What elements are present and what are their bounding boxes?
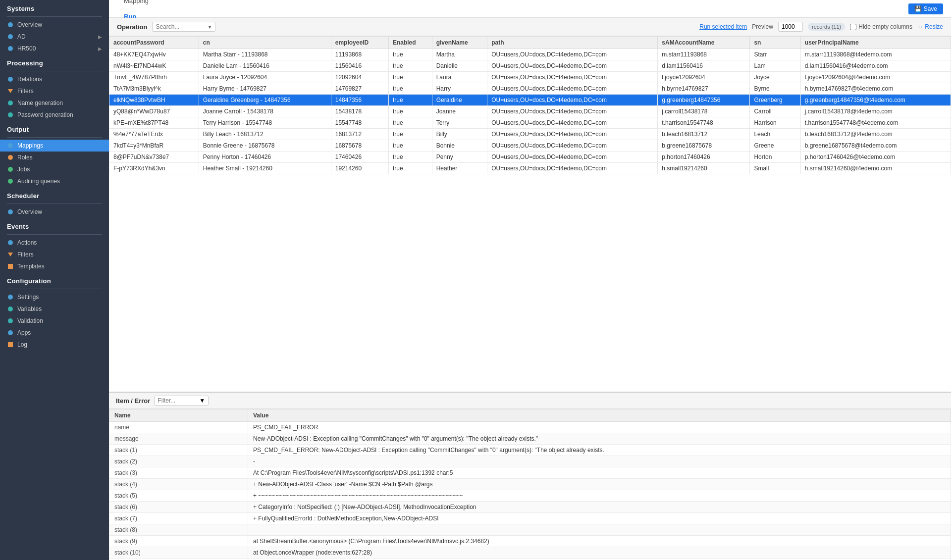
table-row[interactable]: 8@PF7uDN&v738e7Penny Horton - 1746042617… xyxy=(109,152,951,163)
sidebar-item-relations[interactable]: Relations xyxy=(0,73,109,85)
bottom-name-cell: stack (8) xyxy=(109,524,248,536)
table-cell-sn: Starr xyxy=(750,49,800,60)
sidebar-item-variables[interactable]: Variables xyxy=(0,303,109,315)
table-cell-path: OU=users,OU=docs,DC=t4edemo,DC=com xyxy=(487,49,658,60)
table-cell-samaccountname: d.lam11560416 xyxy=(658,60,750,72)
table-row[interactable]: nW4l3~Ef7ND44wKDanielle Lam - 1156041611… xyxy=(109,60,951,72)
table-row[interactable]: F-pY73RXdYh&3vnHeather Small - 192142601… xyxy=(109,163,951,174)
sidebar-item-overview-scheduler[interactable]: Overview xyxy=(0,206,109,218)
run-selected-button[interactable]: Run selected item xyxy=(699,23,747,30)
col-header-sn[interactable]: sn xyxy=(750,37,800,49)
sidebar-item-mappings[interactable]: Mappings xyxy=(0,140,109,152)
table-cell-samaccountname: j.carroll15438178 xyxy=(658,106,750,117)
table-row[interactable]: 7kdT4=y3*MnBfaRBonnie Greene - 168756781… xyxy=(109,140,951,152)
table-cell-givenname: Martha xyxy=(432,49,487,60)
sidebar-section-events: Events xyxy=(0,218,109,232)
save-icon: 💾 xyxy=(914,5,922,12)
sidebar-item-hr500[interactable]: HR500 ▶ xyxy=(0,43,109,54)
col-header-samaccountname[interactable]: sAMAccountName xyxy=(658,37,750,49)
table-cell-cn: Joanne Carroll - 15438178 xyxy=(199,106,331,117)
hide-empty-checkbox[interactable] xyxy=(850,24,856,30)
sidebar-item-ad[interactable]: AD ▶ xyxy=(0,31,109,43)
roles-label: Roles xyxy=(17,154,33,161)
table-cell-path: OU=users,OU=docs,DC=t4edemo,DC=com xyxy=(487,117,658,129)
table-cell-enabled: true xyxy=(388,106,432,117)
table-row[interactable]: %4e7*77aTeTErdxBilly Leach - 16813712168… xyxy=(109,129,951,140)
table-row[interactable]: TtA7M3m3Blyyl^kHarry Byrne - 14769827147… xyxy=(109,83,951,95)
col-header-enabled[interactable]: Enabled xyxy=(388,37,432,49)
sidebar-section-scheduler: Scheduler xyxy=(0,187,109,202)
sidebar-section-output: Output xyxy=(0,121,109,135)
sidebar-item-name-generation[interactable]: Name generation xyxy=(0,97,109,109)
search-dropdown-arrow[interactable]: ▼ xyxy=(207,24,212,30)
preview-input[interactable] xyxy=(778,22,803,32)
overview-scheduler-icon xyxy=(7,208,14,215)
table-row[interactable]: TmvE_4W787P8hrhLaura Joyce - 12092604120… xyxy=(109,72,951,83)
sidebar-divider xyxy=(7,289,102,289)
jobs-icon xyxy=(7,166,14,173)
sidebar-item-overview-systems[interactable]: Overview xyxy=(0,19,109,31)
col-header-accountpassword[interactable]: accountPassword xyxy=(109,37,199,49)
sidebar-item-templates[interactable]: Templates xyxy=(0,260,109,272)
sidebar-item-jobs[interactable]: Jobs xyxy=(0,163,109,175)
operation-search-input[interactable] xyxy=(156,23,205,30)
relations-icon xyxy=(7,76,14,83)
table-cell-samaccountname: g.greenberg14847356 xyxy=(658,95,750,106)
sidebar-item-filters[interactable]: Filters xyxy=(0,85,109,97)
actions-label: Actions xyxy=(17,239,37,246)
overview-systems-label: Overview xyxy=(17,21,42,28)
ad-icon xyxy=(7,33,14,40)
topbar-right: 💾 Save xyxy=(908,3,943,14)
table-row[interactable]: kPE=mXE%t87PT48Terry Harrison - 15547748… xyxy=(109,117,951,129)
table-cell-userprincipalname: m.starr11193868@t4edemo.com xyxy=(800,49,951,60)
auditing-queries-label: Auditing queries xyxy=(17,178,60,185)
sidebar-item-filters-events[interactable]: Filters xyxy=(0,249,109,260)
table-cell-cn: Terry Harrison - 15547748 xyxy=(199,117,331,129)
bottom-filter-arrow[interactable]: ▼ xyxy=(199,397,205,404)
sidebar-item-roles[interactable]: Roles xyxy=(0,152,109,163)
bottom-value-cell: PS_CMD_FAIL_ERROR: New-ADObject-ADSI : E… xyxy=(248,445,951,456)
col-header-userprincipalname[interactable]: userPrincipalName xyxy=(800,37,951,49)
bottom-panel: Item / Error ▼ NameValue namePS_CMD_FAIL… xyxy=(109,392,951,560)
sidebar-item-actions[interactable]: Actions xyxy=(0,237,109,249)
save-button[interactable]: 💾 Save xyxy=(908,3,943,14)
col-header-employeeid[interactable]: employeeID xyxy=(331,37,388,49)
resize-button[interactable]: ↔ Resize xyxy=(917,23,943,30)
table-cell-accountpassword: 8@PF7uDN&v738e7 xyxy=(109,152,199,163)
save-label: Save xyxy=(924,5,937,12)
mappings-label: Mappings xyxy=(17,142,43,149)
sidebar-item-apps[interactable]: Apps xyxy=(0,327,109,339)
table-cell-cn: Penny Horton - 17460426 xyxy=(199,152,331,163)
table-cell-cn: Billy Leach - 16813712 xyxy=(199,129,331,140)
col-header-cn[interactable]: cn xyxy=(199,37,331,49)
bottom-filter-input[interactable] xyxy=(158,397,197,404)
sidebar-item-auditing-queries[interactable]: Auditing queries xyxy=(0,175,109,187)
table-cell-enabled: true xyxy=(388,72,432,83)
sidebar-item-log[interactable]: Log xyxy=(0,339,109,351)
templates-icon xyxy=(7,263,14,270)
sidebar-item-password-generation[interactable]: Password generation xyxy=(0,109,109,121)
table-cell-sn: Joyce xyxy=(750,72,800,83)
bottom-name-cell: message xyxy=(109,433,248,445)
table-header-row: accountPasswordcnemployeeIDEnabledgivenN… xyxy=(109,37,951,49)
table-row[interactable]: yQ88@n*WwD78u87Joanne Carroll - 15438178… xyxy=(109,106,951,117)
col-header-givenname[interactable]: givenName xyxy=(432,37,487,49)
table-cell-enabled: true xyxy=(388,60,432,72)
bottom-table-row: stack (1)PS_CMD_FAIL_ERROR: New-ADObject… xyxy=(109,445,951,456)
bottom-name-cell: stack (4) xyxy=(109,479,248,490)
bottom-name-cell: stack (3) xyxy=(109,467,248,479)
table-cell-sn: Greenberg xyxy=(750,95,800,106)
table-row[interactable]: 48+KK7EQ47xjwHvMartha Starr - 1119386811… xyxy=(109,49,951,60)
bottom-col-header-name[interactable]: Name xyxy=(109,409,248,422)
table-cell-givenname: Terry xyxy=(432,117,487,129)
table-cell-employeeid: 14769827 xyxy=(331,83,388,95)
table-cell-samaccountname: m.starr11193868 xyxy=(658,49,750,60)
col-header-path[interactable]: path xyxy=(487,37,658,49)
sidebar-item-validation[interactable]: Validation xyxy=(0,315,109,327)
bottom-col-header-value[interactable]: Value xyxy=(248,409,951,422)
records-badge: records (11) xyxy=(808,23,845,31)
apps-label: Apps xyxy=(17,329,31,336)
table-row[interactable]: elkNQw838PvtwBHGeraldine Greenberg - 148… xyxy=(109,95,951,106)
sidebar-item-settings[interactable]: Settings xyxy=(0,291,109,303)
tab-mapping[interactable]: Mapping xyxy=(117,0,156,9)
